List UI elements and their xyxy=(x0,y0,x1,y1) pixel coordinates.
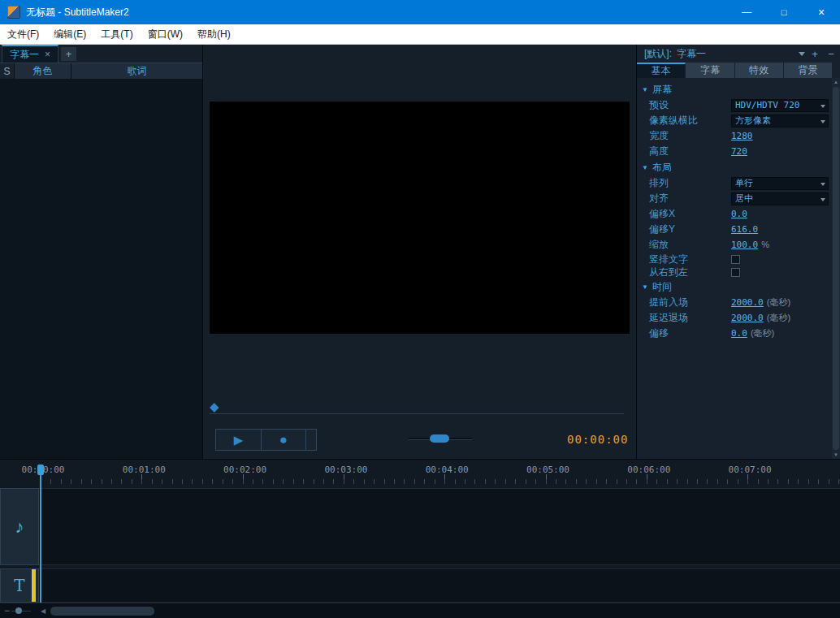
scroll-down-icon[interactable]: ▼ xyxy=(832,452,840,457)
add-subtitle-tab-button[interactable]: + xyxy=(61,47,76,61)
menu-item-file[interactable]: 文件(F) xyxy=(0,24,46,44)
properties-scrollbar[interactable]: ▲ ▼ xyxy=(832,78,840,459)
value-height[interactable]: 720 xyxy=(731,146,747,157)
subtitle-panel: 字幕一 × + S 角色 歌词 xyxy=(0,45,203,459)
playhead[interactable] xyxy=(40,465,41,604)
menu-item-window[interactable]: 窗口(W) xyxy=(141,24,190,44)
prop-row-scale: 缩放100.0% xyxy=(642,237,829,253)
properties-tab-effects[interactable]: 特效 xyxy=(735,63,784,78)
menu-bar: 文件(F)编辑(E)工具(T)窗口(W)帮助(H) xyxy=(0,24,840,45)
timeline: 00:00:0000:01:0000:02:0000:03:0000:04:00… xyxy=(0,459,840,618)
value-offset-x[interactable]: 0.0 xyxy=(731,209,747,219)
subtitle-tab[interactable]: 字幕一 × xyxy=(2,45,58,63)
preset-selector[interactable]: 字幕一 xyxy=(677,47,706,61)
prop-label-offset-x: 偏移X xyxy=(649,207,731,221)
subtitle-grid-body[interactable] xyxy=(0,79,202,459)
prop-row-preset: 预设HDV/HDTV 720 xyxy=(642,97,829,113)
value-offset[interactable]: 0.0 xyxy=(731,328,747,339)
section-title-screen: 屏幕 xyxy=(652,83,672,97)
zoom-out-icon[interactable]: − xyxy=(4,605,10,616)
value-lead-in[interactable]: 2000.0 xyxy=(731,297,764,308)
zoom-slider-thumb[interactable] xyxy=(15,607,22,614)
music-track-lane[interactable] xyxy=(39,488,840,565)
remove-preset-button[interactable]: − xyxy=(825,47,838,60)
properties-panel: [默认]: 字幕一 + − 基本字幕特效背景 ▼屏幕预设HDV/HDTV 720… xyxy=(636,45,840,459)
extra-button[interactable] xyxy=(305,429,317,451)
section-header-time[interactable]: ▼时间 xyxy=(642,279,829,295)
properties-tab-subtitle[interactable]: 字幕 xyxy=(686,63,734,78)
preview-panel: ◆ ▶ ● 00:00:00 xyxy=(203,45,636,459)
prop-row-offset: 偏移0.0(毫秒) xyxy=(642,326,829,341)
menu-item-help[interactable]: 帮助(H) xyxy=(190,24,238,44)
menu-item-edit[interactable]: 编辑(E) xyxy=(46,24,93,44)
title-bar: 无标题 - SubtitleMaker2 — □ × xyxy=(0,0,840,24)
prop-label-vertical-text: 竖排文字 xyxy=(649,253,731,266)
scroll-up-icon[interactable]: ▲ xyxy=(832,80,840,84)
prop-label-arrangement: 排列 xyxy=(649,176,731,190)
column-header-lyric[interactable]: 歌词 xyxy=(71,63,202,79)
value-scale[interactable]: 100.0 xyxy=(731,240,758,250)
record-button[interactable]: ● xyxy=(261,429,306,451)
prop-label-preset: 预设 xyxy=(649,98,731,112)
properties-tab-background[interactable]: 背景 xyxy=(784,63,832,78)
prop-label-offset: 偏移 xyxy=(649,326,731,340)
suffix-scale: % xyxy=(761,240,769,249)
playhead-handle[interactable] xyxy=(37,465,44,475)
value-lag-out[interactable]: 2000.0 xyxy=(731,313,764,323)
section-header-layout[interactable]: ▼布局 xyxy=(642,160,829,175)
menu-item-tools[interactable]: 工具(T) xyxy=(93,24,140,44)
suffix-lag-out: (毫秒) xyxy=(767,312,790,324)
checkbox-right-to-left[interactable] xyxy=(731,268,740,277)
close-button[interactable]: × xyxy=(803,0,840,24)
add-preset-button[interactable]: + xyxy=(808,47,821,60)
collapse-arrow-icon: ▼ xyxy=(642,86,648,93)
dropdown-value-arrangement: 单行 xyxy=(735,177,753,189)
properties-tab-basic[interactable]: 基本 xyxy=(637,63,686,78)
value-offset-y[interactable]: 616.0 xyxy=(731,224,758,235)
timeline-scrollbar: − ◀ xyxy=(0,603,840,618)
play-icon: ▶ xyxy=(234,433,244,447)
prop-label-right-to-left: 从右到左 xyxy=(649,266,731,279)
maximize-button[interactable]: □ xyxy=(765,0,803,24)
column-header-role[interactable]: 角色 xyxy=(15,63,71,79)
timeline-scrollbar-thumb[interactable] xyxy=(50,607,154,616)
properties-scrollbar-thumb[interactable] xyxy=(833,87,839,450)
minimize-button[interactable]: — xyxy=(728,0,765,24)
section-header-screen[interactable]: ▼屏幕 xyxy=(642,82,829,97)
music-track-header[interactable]: ♪ xyxy=(0,488,39,565)
dropdown-value-preset: HDV/HDTV 720 xyxy=(735,100,799,110)
window-controls: — □ × xyxy=(728,0,840,24)
slider-thumb[interactable] xyxy=(430,434,449,443)
scroll-left-icon[interactable]: ◀ xyxy=(41,607,45,615)
prop-label-scale: 缩放 xyxy=(649,238,731,252)
dropdown-value-pixel-aspect: 方形像素 xyxy=(735,115,771,127)
dropdown-arrangement[interactable]: 单行 xyxy=(731,177,829,190)
chevron-down-icon xyxy=(821,198,825,201)
dropdown-preset[interactable]: HDV/HDTV 720 xyxy=(731,99,829,112)
collapse-arrow-icon: ▼ xyxy=(642,283,648,291)
subtitle-tab-label: 字幕一 xyxy=(10,48,39,62)
tab-close-icon[interactable]: × xyxy=(45,49,50,60)
playback-slider[interactable] xyxy=(409,434,472,443)
close-icon: × xyxy=(818,6,825,19)
preset-row: [默认]: 字幕一 + − xyxy=(637,45,840,63)
preset-dropdown-icon[interactable] xyxy=(799,52,805,56)
checkbox-vertical-text[interactable] xyxy=(731,255,740,264)
prop-label-lead-in: 提前入场 xyxy=(649,296,731,309)
music-note-icon: ♪ xyxy=(15,516,24,538)
app-window: 无标题 - SubtitleMaker2 — □ × 文件(F)编辑(E)工具(… xyxy=(0,0,840,618)
section-title-layout: 布局 xyxy=(652,161,672,175)
value-width[interactable]: 1280 xyxy=(731,131,753,141)
text-track-marker xyxy=(32,569,36,602)
text-track-lane[interactable] xyxy=(39,568,840,603)
dropdown-alignment[interactable]: 居中 xyxy=(731,192,829,205)
play-button[interactable]: ▶ xyxy=(215,429,262,451)
dropdown-pixel-aspect[interactable]: 方形像素 xyxy=(731,115,829,127)
prop-row-right-to-left: 从右到左 xyxy=(642,266,829,279)
column-header-s[interactable]: S xyxy=(0,63,15,79)
prop-row-lead-in: 提前入场2000.0(毫秒) xyxy=(642,295,829,310)
progress-marker-icon[interactable]: ◆ xyxy=(210,400,219,414)
prop-row-offset-y: 偏移Y616.0 xyxy=(642,222,829,237)
section-title-time: 时间 xyxy=(652,280,672,294)
chevron-down-icon xyxy=(821,105,825,108)
